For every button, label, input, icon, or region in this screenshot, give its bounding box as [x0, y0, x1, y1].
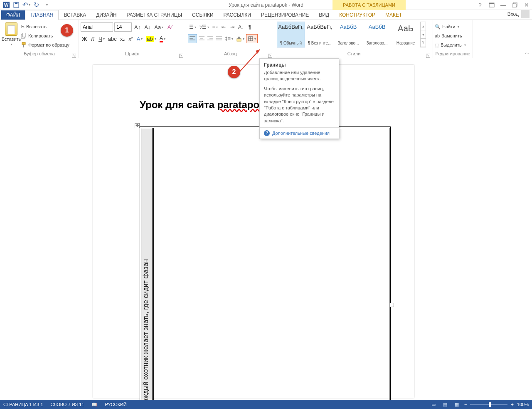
bullets-button[interactable]: ☰▾ — [188, 22, 197, 32]
align-left-button[interactable] — [188, 34, 197, 43]
multilevel-button[interactable]: ≡▾ — [211, 22, 219, 32]
svg-rect-9 — [22, 33, 26, 37]
borders-button[interactable]: ▾ — [246, 34, 258, 43]
text-effects-button[interactable]: A▾ — [135, 34, 144, 43]
tab-table-layout[interactable]: МАКЕТ — [380, 10, 407, 20]
zoom-level[interactable]: 100% — [517, 402, 529, 407]
table-resize-handle[interactable] — [390, 303, 394, 307]
clipboard-dialog-launcher[interactable]: ⤡ — [72, 54, 76, 58]
undo-button[interactable]: ↶▾ — [22, 1, 30, 9]
page[interactable]: Урок для сайта paratapol ✥ Каждый охотни… — [93, 65, 414, 398]
vertical-text: Каждый охотник желает знать, где сидит ф… — [141, 128, 150, 400]
justify-button[interactable] — [215, 34, 223, 43]
status-language[interactable]: РУССКИЙ — [105, 402, 126, 407]
ribbon-display-button[interactable] — [488, 1, 495, 9]
highlight-button[interactable]: ab▾ — [145, 34, 157, 43]
styles-scroll[interactable]: ▴▾⊻ — [420, 22, 426, 47]
tab-home[interactable]: ГЛАВНАЯ — [25, 10, 59, 20]
font-size-combo[interactable] — [114, 22, 132, 32]
minimize-button[interactable]: — — [500, 1, 507, 9]
qat-customize[interactable]: ▾ — [43, 1, 51, 9]
paragraph-group-label: Абзац — [224, 51, 237, 56]
word-icon: W — [2, 1, 10, 9]
format-painter-button[interactable]: Формат по образцу — [21, 41, 69, 49]
zoom-out-button[interactable]: − — [464, 402, 467, 407]
status-words[interactable]: СЛОВО 7 ИЗ 11 — [51, 402, 84, 407]
style-heading1[interactable]: АаБбВЗаголово... — [334, 22, 362, 47]
read-mode-button[interactable]: ▭ — [429, 401, 438, 408]
align-right-button[interactable] — [206, 34, 214, 43]
italic-button[interactable]: К — [89, 34, 96, 43]
style-heading2[interactable]: АаБбВЗаголово... — [363, 22, 391, 47]
document-table[interactable]: Каждый охотник желает знать, где сидит ф… — [140, 126, 391, 400]
bold-button[interactable]: Ж — [81, 34, 88, 43]
tab-mailings[interactable]: РАССЫЛКИ — [219, 10, 256, 20]
tab-references[interactable]: ССЫЛКИ — [187, 10, 218, 20]
underline-button[interactable]: Ч▾ — [97, 34, 106, 43]
style-normal[interactable]: АаБбВвГг,¶ Обычный — [277, 22, 305, 47]
tab-page-layout[interactable]: РАЗМЕТКА СТРАНИЦЫ — [122, 10, 187, 20]
login-area[interactable]: Вход — [507, 10, 530, 18]
restore-button[interactable] — [511, 1, 519, 9]
table-cell-vertical[interactable]: Каждый охотник желает знать, где сидит ф… — [141, 128, 153, 400]
tab-review[interactable]: РЕЦЕНЗИРОВАНИЕ — [256, 10, 314, 20]
find-button[interactable]: 🔍Найти▾ — [435, 22, 466, 31]
increase-indent-button[interactable]: ⇥ — [228, 22, 236, 32]
collapse-ribbon-button[interactable]: ︿ — [525, 49, 530, 56]
group-editing: 🔍Найти▾ abЗаменить ⬚Выделить▾ Редактиров… — [433, 20, 473, 58]
numbering-button[interactable]: ⅟☰▾ — [198, 22, 210, 32]
web-layout-button[interactable]: ▦ — [453, 401, 461, 408]
replace-button[interactable]: abЗаменить — [435, 32, 466, 40]
style-name: Название — [397, 41, 415, 45]
close-button[interactable]: ✕ — [523, 1, 530, 9]
zoom-slider[interactable] — [470, 404, 507, 405]
font-name-combo[interactable] — [81, 22, 113, 32]
select-label: Выделить — [441, 42, 462, 47]
tab-insert[interactable]: ВСТАВКА — [59, 10, 91, 20]
grow-font-button[interactable]: A↑ — [133, 22, 142, 32]
zoom-in-button[interactable]: + — [511, 402, 513, 407]
sort-button[interactable]: A↓ — [237, 22, 245, 32]
styles-gallery[interactable]: АаБбВвГг,¶ Обычный АаБбВвГг,¶ Без инте..… — [277, 21, 431, 51]
subscript-button[interactable]: x₂ — [119, 34, 126, 43]
align-center-button[interactable] — [197, 34, 206, 43]
clear-format-button[interactable]: A⁄ — [166, 22, 173, 32]
help-button[interactable]: ? — [476, 1, 484, 9]
strike-button[interactable]: abc — [107, 34, 118, 43]
style-no-spacing[interactable]: АаБбВвГг,¶ Без инте... — [305, 22, 334, 47]
style-name: ¶ Обычный — [280, 41, 302, 45]
styles-dialog-launcher[interactable]: ⤡ — [426, 54, 430, 58]
proofing-icon[interactable]: 📖 — [91, 402, 97, 407]
title-bar: W ↶▾ ↻ ▾ Урок для сайта paratapok - Word… — [0, 0, 532, 10]
show-marks-button[interactable]: ¶ — [246, 22, 254, 32]
replace-icon: ab — [435, 33, 440, 38]
print-layout-button[interactable]: ▤ — [441, 401, 449, 408]
paragraph-dialog-launcher[interactable]: ⤡ — [268, 54, 272, 58]
font-dialog-launcher[interactable]: ⤡ — [179, 54, 183, 58]
superscript-button[interactable]: x² — [127, 34, 135, 43]
save-button[interactable] — [12, 1, 20, 9]
style-preview: АаЬ — [398, 24, 414, 33]
style-title[interactable]: АаЬНазвание — [392, 22, 420, 47]
select-button[interactable]: ⬚Выделить▾ — [435, 41, 466, 49]
shading-button[interactable]: ▾ — [235, 34, 246, 43]
cursor-icon: ⬚ — [435, 42, 439, 48]
paste-button[interactable]: Вставить ▾ — [2, 21, 21, 51]
tooltip-more-label: Дополнительные сведения — [272, 131, 330, 136]
decrease-indent-button[interactable]: ⇤ — [219, 22, 228, 32]
line-spacing-button[interactable]: ‡≡▾ — [224, 34, 234, 43]
tab-file[interactable]: ФАЙЛ — [1, 10, 25, 20]
tab-view[interactable]: ВИД — [314, 10, 334, 20]
change-case-button[interactable]: Aa▾ — [153, 22, 165, 32]
tooltip-more-link[interactable]: ?Дополнительные сведения — [260, 127, 339, 139]
svg-rect-3 — [15, 2, 17, 4]
style-preview: АаБбВвГг, — [278, 24, 303, 30]
tab-table-design[interactable]: КОНСТРУКТОР — [334, 10, 380, 20]
status-page[interactable]: СТРАНИЦА 1 ИЗ 1 — [3, 402, 43, 407]
shrink-font-button[interactable]: A↓ — [143, 22, 152, 32]
redo-button[interactable]: ↻ — [32, 1, 40, 9]
table-move-handle[interactable]: ✥ — [135, 123, 140, 128]
tab-design[interactable]: ДИЗАЙН — [91, 10, 121, 20]
font-color-button[interactable]: A▾ — [158, 34, 167, 43]
table-cell-empty[interactable] — [153, 128, 389, 400]
